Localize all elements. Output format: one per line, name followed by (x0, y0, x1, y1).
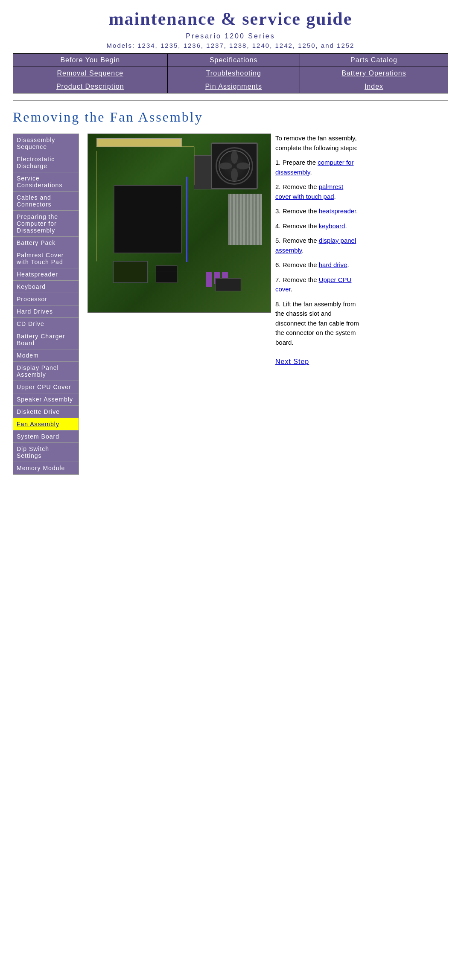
step-link-3[interactable]: heatspreader (319, 207, 356, 215)
main-chip (114, 185, 182, 253)
next-step-link[interactable]: Next Step (275, 357, 309, 367)
sidebar-item[interactable]: System Board (13, 430, 79, 443)
sidebar-link[interactable]: Battery Charger Board (17, 333, 75, 346)
sidebar-link[interactable]: Display Panel Assembly (17, 364, 75, 378)
nav-link[interactable]: Removal Sequence (57, 70, 123, 77)
page-title: maintenance & service guide (13, 9, 448, 29)
sidebar-item[interactable]: Electrostatic Discharge (13, 153, 79, 172)
sidebar-item[interactable]: Hard Drives (13, 305, 79, 318)
nav-cell: Index (300, 80, 448, 93)
sidebar-item[interactable]: Service Considerations (13, 172, 79, 192)
heatsink (228, 194, 262, 245)
sidebar-item[interactable]: Fan Assembly (13, 418, 79, 430)
sidebar-link[interactable]: Battery Pack (17, 239, 75, 246)
nav-cell: Parts Catalog (300, 54, 448, 67)
instruction-step-2: 2. Remove the palmrest cover with touch … (275, 182, 361, 201)
nav-cell: Pin Assignments (167, 80, 300, 93)
sidebar-item[interactable]: Display Panel Assembly (13, 362, 79, 381)
step-link-6[interactable]: hard drive (319, 261, 347, 268)
sidebar-link[interactable]: Disassembly Sequence (17, 137, 75, 150)
sidebar-link[interactable]: Service Considerations (17, 175, 75, 189)
sidebar: Disassembly SequenceElectrostatic Discha… (13, 134, 79, 475)
sidebar-item[interactable]: Battery Charger Board (13, 330, 79, 349)
instruction-step-3: 3. Remove the heatspreader. (275, 206, 361, 216)
sidebar-link[interactable]: Diskette Drive (17, 408, 75, 415)
nav-link[interactable]: Parts Catalog (350, 56, 397, 64)
sidebar-link[interactable]: Processor (17, 296, 75, 302)
sidebar-item[interactable]: Cables and Connectors (13, 192, 79, 211)
content-area: Disassembly SequenceElectrostatic Discha… (13, 134, 448, 475)
sidebar-item[interactable]: Dip Switch Settings (13, 443, 79, 462)
sidebar-link[interactable]: Keyboard (17, 283, 75, 290)
instructions-intro: To remove the fan assembly, complete the… (275, 134, 361, 153)
sidebar-item[interactable]: Speaker Assembly (13, 393, 79, 406)
nav-link[interactable]: Specifications (210, 56, 258, 64)
sidebar-link[interactable]: Electrostatic Discharge (17, 156, 75, 169)
sidebar-link[interactable]: Cables and Connectors (17, 194, 75, 208)
header-models: Models: 1234, 1235, 1236, 1237, 1238, 12… (13, 42, 448, 49)
sidebar-link[interactable]: Speaker Assembly (17, 396, 75, 403)
nav-link[interactable]: Battery Operations (341, 70, 406, 77)
step-link-4[interactable]: keyboard (319, 222, 345, 230)
instruction-step-4: 4. Remove the keyboard. (275, 221, 361, 231)
nav-cell: Removal Sequence (13, 67, 168, 80)
sidebar-link[interactable]: Preparing the Computer for Disassembly (17, 213, 75, 234)
sidebar-link[interactable]: System Board (17, 433, 75, 440)
sidebar-link[interactable]: Memory Module (17, 465, 75, 471)
instruction-step-5: 5. Remove the display panel assembly. (275, 236, 361, 255)
main-content: To remove the fan assembly, complete the… (79, 134, 361, 367)
svg-point-2 (231, 151, 238, 164)
cap-1 (206, 272, 212, 287)
instructions-panel: To remove the fan assembly, complete the… (275, 134, 361, 367)
sidebar-item[interactable]: Palmrest Cover with Touch Pad (13, 249, 79, 268)
header: maintenance & service guide Presario 120… (13, 9, 448, 49)
sidebar-item[interactable]: Keyboard (13, 281, 79, 293)
header-subtitle: Presario 1200 Series (13, 32, 448, 40)
blue-line (186, 177, 187, 262)
sidebar-item[interactable]: Preparing the Computer for Disassembly (13, 211, 79, 237)
sidebar-link[interactable]: Fan Assembly (17, 421, 75, 427)
sidebar-link[interactable]: Heatspreader (17, 271, 75, 278)
capacitors (206, 272, 228, 287)
nav-link[interactable]: Before You Begin (60, 56, 120, 64)
nav-cell: Troubleshooting (167, 67, 300, 80)
step-link-5[interactable]: display panel assembly (275, 237, 356, 254)
sidebar-link[interactable]: CD Drive (17, 320, 75, 327)
fan-circle (216, 147, 253, 185)
nav-link[interactable]: Pin Assignments (205, 83, 262, 90)
nav-link[interactable]: Product Description (56, 83, 124, 90)
step-link-2[interactable]: palmrest cover with touch pad (275, 183, 343, 200)
page-wrapper: maintenance & service guide Presario 120… (0, 0, 461, 483)
connector-strip (96, 138, 182, 147)
sidebar-item[interactable]: Upper CPU Cover (13, 381, 79, 393)
sidebar-link[interactable]: Modem (17, 352, 75, 359)
sidebar-link[interactable]: Hard Drives (17, 308, 75, 315)
sidebar-item[interactable]: CD Drive (13, 318, 79, 330)
nav-cell: Product Description (13, 80, 168, 93)
sidebar-link[interactable]: Upper CPU Cover (17, 384, 75, 390)
fan-unit (211, 142, 258, 189)
cap-2 (214, 272, 220, 284)
fan-blades-svg (217, 148, 252, 183)
sidebar-item[interactable]: Processor (13, 293, 79, 305)
sidebar-item[interactable]: Heatspreader (13, 268, 79, 281)
sidebar-link[interactable]: Dip Switch Settings (17, 445, 75, 459)
step-link-7[interactable]: Upper CPU cover (275, 276, 351, 293)
divider (13, 100, 448, 101)
sidebar-item[interactable]: Modem (13, 349, 79, 362)
instruction-step-1: 1. Prepare the computer for disassembly. (275, 158, 361, 177)
instruction-step-8: 8. Lift the fan assembly from the chassi… (275, 300, 361, 348)
nav-cell: Battery Operations (300, 67, 448, 80)
nav-cell: Before You Begin (13, 54, 168, 67)
sidebar-item[interactable]: Diskette Drive (13, 406, 79, 418)
step-link-1[interactable]: computer for disassembly (275, 159, 353, 176)
sidebar-item[interactable]: Battery Pack (13, 237, 79, 249)
steps-container: 1. Prepare the computer for disassembly.… (275, 158, 361, 347)
instruction-step-6: 6. Remove the hard drive. (275, 260, 361, 270)
sidebar-link[interactable]: Palmrest Cover with Touch Pad (17, 252, 75, 265)
svg-point-4 (231, 168, 238, 181)
nav-link[interactable]: Index (365, 83, 383, 90)
sidebar-item[interactable]: Memory Module (13, 462, 79, 474)
nav-link[interactable]: Troubleshooting (206, 70, 261, 77)
sidebar-item[interactable]: Disassembly Sequence (13, 134, 79, 153)
